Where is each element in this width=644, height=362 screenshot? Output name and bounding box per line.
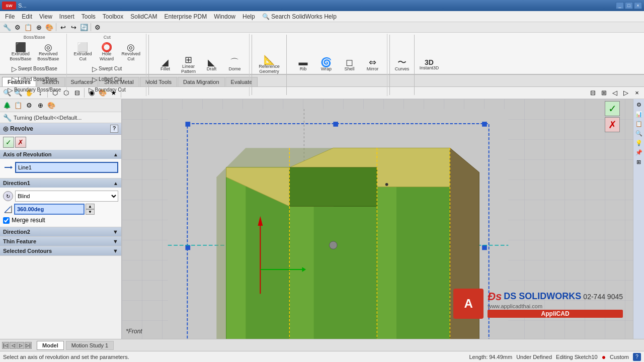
tb-rebuild[interactable]: 🔄 [79,22,89,32]
axis-icon-svg [4,163,13,172]
extrude-label: ExtrudedBoss/Base [10,52,31,62]
linear-pattern-button[interactable]: ⊞ LinearPattern [177,54,200,76]
mirror-button[interactable]: ⇔ Mirror [361,56,384,73]
reject-button-overlay[interactable]: ✗ [605,117,620,132]
menu-insert[interactable]: Insert [56,12,77,21]
menu-solidcam[interactable]: SolidCAM [127,12,160,21]
curves-button[interactable]: 〜 Curves [392,34,412,96]
tb-icon4[interactable]: ⊕ [34,22,44,32]
tb-redo[interactable]: ↪ [68,22,78,32]
tb-icon3[interactable]: 📋 [23,22,33,32]
wrap-button[interactable]: 🌀 Wrap [315,56,338,73]
menu-view[interactable]: View [36,12,55,21]
rp-btn-2[interactable]: 📊 [634,110,643,119]
boundary-boss-base-button[interactable]: ▷ Boundary Boss/Base [5,85,63,95]
config-manager-icon[interactable]: ⚙ [24,101,34,111]
menubar: File Edit View Insert Tools Toolbox Soli… [0,11,644,22]
angle-up-button[interactable]: ▲ [86,204,95,209]
direction1-header[interactable]: Direction1 ▲ [0,178,121,188]
revolved-boss-base-button[interactable]: ◎ RevolvedBoss/Base [35,41,61,63]
accept-overlay: ✓ ✗ [605,101,620,132]
property-manager-icon[interactable]: 📋 [13,101,23,111]
swept-boss-icon: ▷ [12,65,17,73]
fillet-button[interactable]: ◢ Fillet [154,56,177,73]
tb-icon1[interactable]: 🔧 [2,22,12,32]
shell-button[interactable]: ◻ Shell [338,56,361,73]
menu-search-icon[interactable]: 🔍 Search SolidWorks Help [259,12,340,21]
axis-input[interactable] [15,162,118,173]
direction-type-select[interactable]: Blind Up To Vertex Up To Surface Through… [15,191,118,202]
rp-btn-4[interactable]: 🔍 [634,129,643,138]
menu-edit[interactable]: Edit [19,12,35,21]
close-button[interactable]: × [634,2,642,9]
angle-spinners: ▲ ▼ [86,204,95,215]
lofted-cut-button[interactable]: ▷ Lofted Cut [90,74,124,84]
menu-window[interactable]: Window [211,12,238,21]
statusbar-help-icon[interactable]: ? [633,353,641,361]
extruded-cut-button[interactable]: ⬜ ExtrudedCut [71,41,94,63]
axis-collapse-arrow: ▲ [113,152,118,157]
revolved-cut-button[interactable]: ◎ RevolvedCut [119,41,143,63]
viewport[interactable]: ✓ ✗ [122,99,633,339]
direction-type-row: ↻ Blind Up To Vertex Up To Surface Throu… [3,191,118,202]
angle-input[interactable] [14,204,85,215]
menu-toolbox[interactable]: Toolbox [100,12,126,21]
rp-btn-3[interactable]: 📋 [634,119,643,128]
rp-btn-5[interactable]: 💡 [634,138,643,147]
merge-result-checkbox[interactable] [3,217,10,224]
menu-file[interactable]: File [2,12,18,21]
titlebar-controls[interactable]: _ □ × [616,2,642,9]
curves-icon: 〜 [397,58,407,67]
nav-next-button[interactable]: ▷ [17,342,24,349]
extruded-boss-base-button[interactable]: ⬛ ExtrudedBoss/Base [7,41,34,63]
rp-btn-1[interactable]: ⚙ [634,100,643,109]
hole-wizard-button[interactable]: ⭕ HoleWizard [95,41,118,63]
nav-last-button[interactable]: ▷| [25,342,32,349]
menu-help[interactable]: Help [239,12,258,21]
swept-cut-button[interactable]: ▷ Swept Cut [90,64,124,74]
tb-icon5[interactable]: 🎨 [44,22,54,32]
cut-row: ⬜ ExtrudedCut ⭕ HoleWizard ◎ RevolvedCut [71,41,143,63]
feature-tree-icon[interactable]: 🌲 [2,101,12,111]
cancel-button[interactable]: ✗ [15,137,26,148]
ok-button[interactable]: ✓ [3,137,14,148]
minimize-button[interactable]: _ [616,2,624,9]
angle-down-button[interactable]: ▼ [86,209,95,215]
rp-btn-6[interactable]: 📌 [634,148,643,157]
extruded-cut-label: ExtrudedCut [73,52,92,62]
thin-feature-header[interactable]: Thin Feature ▼ [0,237,121,246]
tb-undo[interactable]: ↩ [58,22,68,32]
swept-boss-base-button[interactable]: ▷ Swept Boss/Base [9,64,60,74]
lofted-boss-base-button[interactable]: ▷ Lofted Boss/Base [9,74,60,84]
merge-result-label: Merge result [12,217,45,224]
rib-button[interactable]: ▬ Rib [292,56,314,73]
statusbar-length: Length: 94.49mm [469,354,513,360]
menu-tools[interactable]: Tools [78,12,99,21]
tb-options[interactable]: ⚙ [93,22,103,32]
instant3d-button[interactable]: 3D Instant3D [417,34,442,96]
accept-button-overlay[interactable]: ✓ [605,101,620,116]
nav-first-button[interactable]: |◁ [2,342,9,349]
revolve-help-button[interactable]: ? [110,125,118,133]
extruded-cut-icon: ⬜ [77,43,88,52]
dome-button[interactable]: ⌒ Dome [223,56,246,73]
maximize-button[interactable]: □ [625,2,633,9]
mirror-icon: ⇔ [369,58,376,67]
draft-button[interactable]: ◣ Draft [200,56,223,73]
tab-model[interactable]: Model [37,341,64,350]
statusbar-editing: Editing Sketch10 [556,354,598,360]
tab-motion-study[interactable]: Motion Study 1 [66,341,114,350]
reference-geometry-button[interactable]: 📐 ReferenceGeometry [254,34,284,96]
direction-type-icon[interactable]: ↻ [3,191,13,201]
appearance-manager-icon[interactable]: 🎨 [46,101,56,111]
menu-enterprise[interactable]: Enterprise PDM [162,12,210,21]
direction2-header[interactable]: Direction2 ▼ [0,227,121,236]
axis-section-header[interactable]: Axis of Revolution ▲ [0,150,121,159]
rp-btn-7[interactable]: ⊞ [634,157,643,166]
tb-icon2[interactable]: ⚙ [13,22,23,32]
selected-contours-header[interactable]: Selected Contours ▼ [0,246,121,255]
dim-expert-icon[interactable]: ⊕ [35,101,45,111]
ref-geo-label: ReferenceGeometry [259,64,280,74]
nav-prev-button[interactable]: ◁ [10,342,17,349]
boundary-cut-button[interactable]: ▷ Boundary Cut [86,85,128,95]
